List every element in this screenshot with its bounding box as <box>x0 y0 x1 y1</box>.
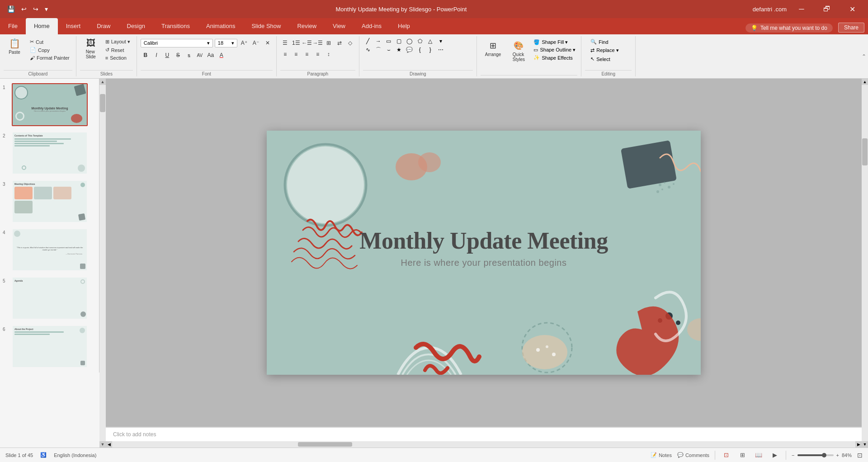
shape-fill-button[interactable]: 🪣 Shape Fill ▾ <box>532 39 577 46</box>
shape-effects-button[interactable]: ✨ Shape Effects <box>532 54 577 61</box>
notes-toggle[interactable]: 📝 Notes <box>651 452 672 458</box>
scroll-left-button[interactable]: ◀ <box>106 441 112 448</box>
scroll-down-button[interactable]: ▼ <box>99 441 106 448</box>
shape-pentagon[interactable]: ⬠ <box>415 37 425 45</box>
convert-smartart-button[interactable]: ◇ <box>345 38 355 48</box>
scroll-right-button[interactable]: ▶ <box>855 441 862 448</box>
tell-me-input[interactable]: 💡 Tell me what you want to do <box>745 24 833 33</box>
restore-button[interactable]: 🗗 <box>816 0 837 18</box>
slide-thumbnail-3[interactable]: Meeting Objectives <box>12 180 88 223</box>
shape-triangle[interactable]: △ <box>425 37 435 45</box>
quick-styles-button[interactable]: 🎨 QuickStyles <box>507 38 530 65</box>
tab-draw[interactable]: Draw <box>89 18 118 34</box>
increase-font-button[interactable]: A⁺ <box>239 38 249 48</box>
shape-connector[interactable]: ⌒ <box>373 46 383 54</box>
underline-button[interactable]: U <box>162 50 172 60</box>
decrease-indent-button[interactable]: ←☰ <box>302 38 312 48</box>
add-remove-columns-button[interactable]: ⊞ <box>324 38 334 48</box>
bold-button[interactable]: B <box>141 50 151 60</box>
italic-button[interactable]: I <box>151 50 161 60</box>
text-direction-button[interactable]: ⇄ <box>335 38 344 48</box>
collapse-ribbon-button[interactable]: ⌃ <box>860 52 868 61</box>
canvas-scroll-up[interactable]: ▲ <box>862 79 868 85</box>
shape-line[interactable]: ╱ <box>363 37 373 45</box>
text-shadow-button[interactable]: s <box>184 50 194 60</box>
normal-view-button[interactable]: ⊡ <box>721 450 731 461</box>
shape-curve[interactable]: ∿ <box>363 46 373 54</box>
slide-item-5[interactable]: 5 Agenda <box>2 276 97 321</box>
shape-rect[interactable]: ▭ <box>384 37 394 45</box>
change-case-button[interactable]: Aa <box>206 50 216 60</box>
slideshow-view-button[interactable]: ▶ <box>769 450 780 461</box>
canvas-v-thumb[interactable] <box>862 138 868 165</box>
slide-thumbnail-2[interactable]: Contents of This Template <box>12 132 88 174</box>
fit-slide-button[interactable]: ⊡ <box>857 452 863 459</box>
tab-help[interactable]: Help <box>390 18 418 34</box>
shape-outline-button[interactable]: ▭ Shape Outline ▾ <box>532 47 577 53</box>
slide-thumbnail-4[interactable]: "This is a quote, filled full of wisdom … <box>12 228 88 271</box>
justify-button[interactable]: ≡ <box>313 49 323 59</box>
tab-add-ins[interactable]: Add-ins <box>354 18 390 34</box>
zoom-in-button[interactable]: + <box>836 453 839 458</box>
canvas-scroll-down[interactable]: ▼ <box>862 441 868 448</box>
shape-rounded-rect[interactable]: ▢ <box>394 37 404 45</box>
shape-bracket[interactable]: { <box>415 46 425 54</box>
tab-insert[interactable]: Insert <box>58 18 89 34</box>
scroll-up-button[interactable]: ▲ <box>99 79 106 85</box>
zoom-slider[interactable] <box>797 454 834 456</box>
tab-design[interactable]: Design <box>119 18 153 34</box>
align-center-button[interactable]: ≡ <box>291 49 301 59</box>
align-left-button[interactable]: ≡ <box>280 49 290 59</box>
section-button[interactable]: ≡ Section <box>103 54 133 61</box>
select-button[interactable]: ↖ Select <box>589 55 620 63</box>
share-button[interactable]: Share <box>838 23 864 33</box>
font-color-button[interactable]: A <box>217 50 226 60</box>
close-button[interactable]: ✕ <box>842 0 863 18</box>
align-right-button[interactable]: ≡ <box>302 49 312 59</box>
new-slide-button[interactable]: 🖼 NewSlide <box>80 36 102 61</box>
char-spacing-button[interactable]: AV <box>195 50 205 60</box>
font-name-dropdown[interactable]: Calibri ▾ <box>141 39 213 47</box>
numbering-button[interactable]: 1☰ <box>291 38 301 48</box>
reading-view-button[interactable]: 📖 <box>753 450 764 461</box>
replace-button[interactable]: ⇄ Replace ▾ <box>589 47 620 54</box>
slide-item-2[interactable]: 2 Contents of This Template <box>2 131 97 175</box>
clear-formatting-button[interactable]: ✕ <box>263 38 273 48</box>
notes-area[interactable]: Click to add notes <box>106 427 862 441</box>
shape-star[interactable]: ★ <box>394 46 404 54</box>
shape-curve2[interactable]: ⌣ <box>384 46 394 54</box>
shape-callout[interactable]: 💬 <box>405 46 415 54</box>
more-shapes-btn[interactable]: ▾ <box>436 37 446 45</box>
paste-button[interactable]: 📋 Paste <box>4 36 25 57</box>
redo-button[interactable]: ↪ <box>31 5 40 14</box>
format-painter-button[interactable]: 🖌 Format Painter <box>27 54 72 61</box>
slide-thumbnail-5[interactable]: Agenda <box>12 277 88 320</box>
tab-home[interactable]: Home <box>26 18 58 34</box>
arrange-button[interactable]: ⊞ Arrange <box>481 38 506 60</box>
main-slide[interactable]: Monthly Update Meeting Here is where you… <box>267 131 701 375</box>
slide-thumbnail-6[interactable]: About the Project <box>12 325 88 368</box>
comments-toggle[interactable]: 💬 Comments <box>677 452 709 458</box>
minimize-button[interactable]: ─ <box>791 0 812 18</box>
slide-item-6[interactable]: 6 About the Project <box>2 324 97 369</box>
decrease-font-button[interactable]: A⁻ <box>251 38 261 48</box>
shape-oval[interactable]: ◯ <box>405 37 415 45</box>
layout-button[interactable]: ⊞ Layout ▾ <box>103 38 133 46</box>
h-scroll-thumb[interactable] <box>298 442 352 447</box>
user-account[interactable]: defantri .com <box>753 6 787 13</box>
tab-view[interactable]: View <box>325 18 354 34</box>
copy-button[interactable]: 📄 Copy <box>27 46 72 54</box>
tab-review[interactable]: Review <box>289 18 325 34</box>
undo-button[interactable]: ↩ <box>19 5 28 14</box>
increase-indent-button[interactable]: →☰ <box>313 38 323 48</box>
tab-slide-show[interactable]: Slide Show <box>243 18 289 34</box>
slide-item-1[interactable]: 1 Monthly Update Meeting Here is where y… <box>2 82 97 127</box>
shape-brace[interactable]: } <box>425 46 435 54</box>
tab-transitions[interactable]: Transitions <box>153 18 198 34</box>
shape-more[interactable]: ⋯ <box>436 46 446 54</box>
tab-animations[interactable]: Animations <box>198 18 243 34</box>
shape-arrow[interactable]: → <box>373 37 383 45</box>
reset-button[interactable]: ↺ Reset <box>103 46 133 54</box>
find-button[interactable]: 🔍 Find <box>589 38 620 46</box>
line-spacing-button[interactable]: ↕ <box>324 49 334 59</box>
